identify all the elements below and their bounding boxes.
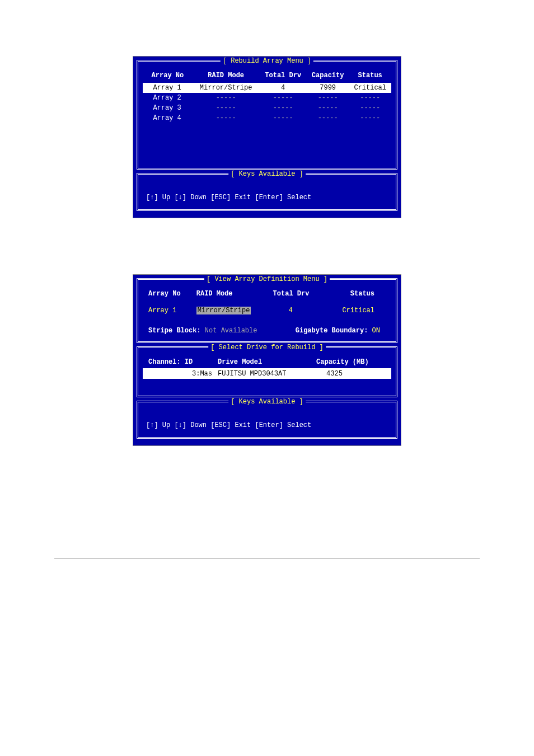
gigabyte-boundary: Gigabyte Boundary: ON <box>296 327 386 335</box>
col-status: Status <box>324 287 391 301</box>
rebuild-array-box: [ Rebuild Array Menu ] Array No RAID Mod… <box>137 60 397 170</box>
view-array-def-title: [ View Array Definition Menu ] <box>204 275 330 283</box>
selected-mode: Mirror/Stripe <box>196 307 251 314</box>
rebuild-array-table: Array No RAID Mode Total Drv Capacity St… <box>143 68 391 123</box>
col-total-drv: Total Drv <box>272 287 324 301</box>
table-row[interactable]: 3:Mas FUJITSU MPD3043AT 4325 <box>143 369 391 379</box>
col-array-no: Array No <box>143 287 195 301</box>
view-array-def-box: [ View Array Definition Menu ] Array No … <box>137 278 397 343</box>
keys-available-title: [ Keys Available ] <box>228 170 306 178</box>
table-row[interactable]: Array 2 ----- ----- ----- ----- <box>143 93 391 103</box>
keys-available-box: [ Keys Available ] [↑] Up [↓] Down [ESC]… <box>137 173 397 211</box>
select-drive-box: [ Select Drive for Rebuild ] Channel: ID… <box>137 346 397 397</box>
keys-available-text: [↑] Up [↓] Down [ESC] Exit [Enter] Selec… <box>143 181 391 204</box>
view-array-table: Array No RAID Mode Total Drv Status Arra… <box>143 287 391 316</box>
table-row[interactable]: Array 1 Mirror/Stripe 4 Critical <box>143 301 391 316</box>
col-total-drv: Total Drv <box>260 68 307 83</box>
drive-table: Channel: ID Drive Model Capacity (MB) 3:… <box>143 355 391 379</box>
col-channel-id: Channel: ID <box>143 355 217 369</box>
keys-available-box-2: [ Keys Available ] [↑] Up [↓] Down [ESC]… <box>137 401 397 439</box>
col-status: Status <box>349 68 391 83</box>
col-array-no: Array No <box>143 68 193 83</box>
table-row[interactable]: Array 1 Mirror/Stripe 4 7999 Critical <box>143 83 391 93</box>
rebuild-array-panel: [ Rebuild Array Menu ] Array No RAID Mod… <box>133 56 401 218</box>
select-drive-title: [ Select Drive for Rebuild ] <box>208 344 326 351</box>
rebuild-array-title: [ Rebuild Array Menu ] <box>221 57 313 65</box>
col-drive-model: Drive Model <box>217 355 315 369</box>
col-raid-mode: RAID Mode <box>195 287 272 301</box>
footer-divider <box>54 558 480 559</box>
table-row[interactable]: Array 3 ----- ----- ----- ----- <box>143 103 391 113</box>
col-capacity: Capacity <box>307 68 349 83</box>
keys-available-text-2: [↑] Up [↓] Down [ESC] Exit [Enter] Selec… <box>143 409 391 431</box>
keys-available-title-2: [ Keys Available ] <box>228 398 306 406</box>
view-array-def-panel: [ View Array Definition Menu ] Array No … <box>133 274 401 446</box>
col-capacity-mb: Capacity (MB) <box>315 355 391 369</box>
stripe-block: Stripe Block: Not Available <box>148 327 257 335</box>
table-row[interactable]: Array 4 ----- ----- ----- ----- <box>143 113 391 123</box>
col-raid-mode: RAID Mode <box>193 68 260 83</box>
